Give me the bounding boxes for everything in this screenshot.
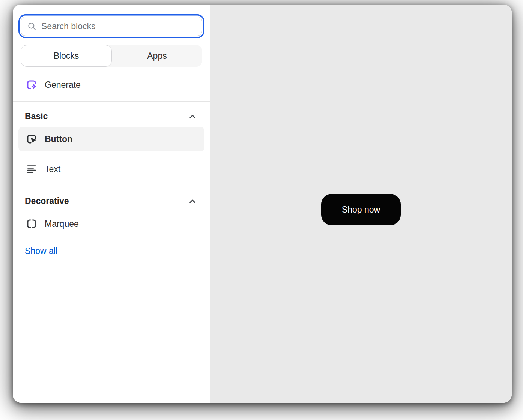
- basic-rows: Button Text: [13, 122, 210, 182]
- section-title: Decorative: [25, 196, 69, 206]
- divider: [13, 101, 210, 102]
- block-item-label: Marquee: [45, 219, 79, 229]
- chevron-up-icon[interactable]: [188, 112, 197, 122]
- text-align-icon: [26, 164, 37, 175]
- block-picker-window: Search blocks Blocks Apps Generate Basic: [13, 4, 512, 403]
- block-item-label: Button: [45, 134, 72, 144]
- section-header-decorative[interactable]: Decorative: [25, 196, 197, 206]
- chevron-up-icon[interactable]: [188, 196, 197, 206]
- show-all-link[interactable]: Show all: [25, 246, 57, 256]
- divider: [24, 186, 199, 186]
- section-header-basic[interactable]: Basic: [25, 111, 197, 122]
- section-title: Basic: [25, 111, 48, 122]
- search-placeholder: Search blocks: [41, 21, 95, 32]
- search-icon: [27, 21, 37, 31]
- block-item-marquee[interactable]: Marquee: [18, 212, 204, 236]
- search-wrap: Search blocks: [13, 11, 210, 38]
- search-input[interactable]: Search blocks: [21, 16, 202, 36]
- decorative-rows: Marquee: [13, 206, 210, 236]
- generate-sparkle-icon: [26, 79, 37, 90]
- generate-label: Generate: [45, 80, 81, 90]
- button-cursor-icon: [26, 134, 37, 145]
- block-item-label: Text: [45, 164, 60, 174]
- block-item-text[interactable]: Text: [18, 157, 204, 182]
- generate-item[interactable]: Generate: [18, 74, 204, 95]
- block-item-button[interactable]: Button: [18, 127, 204, 152]
- tab-group: Blocks Apps: [21, 45, 202, 67]
- tab-apps[interactable]: Apps: [112, 45, 202, 67]
- blocks-sidebar: Search blocks Blocks Apps Generate Basic: [13, 4, 210, 403]
- tab-blocks[interactable]: Blocks: [21, 45, 112, 67]
- shop-now-button[interactable]: Shop now: [321, 194, 401, 225]
- preview-canvas: Shop now: [210, 4, 512, 403]
- marquee-frame-icon: [26, 218, 37, 230]
